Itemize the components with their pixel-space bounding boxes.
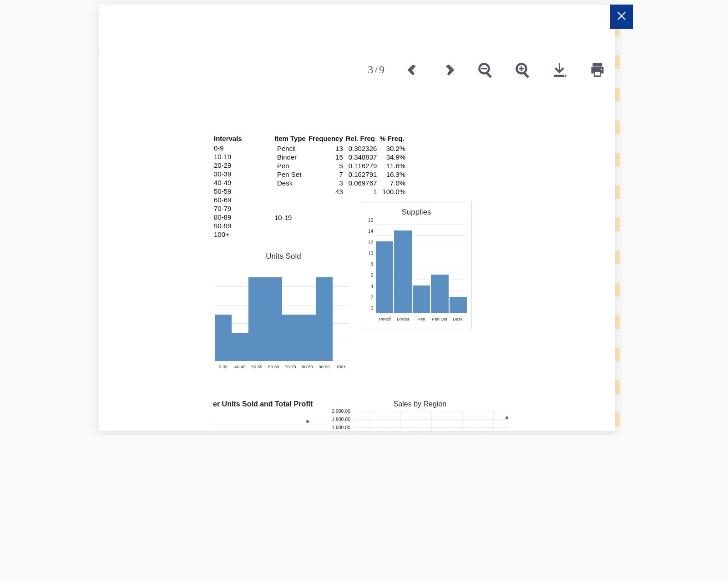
print-button[interactable]	[589, 61, 606, 79]
bar	[376, 241, 393, 313]
interval-row: 30-39	[214, 170, 242, 179]
zoom-out-button[interactable]	[477, 61, 494, 79]
interval-row: 90-99	[214, 222, 242, 230]
interval-row: 40-49	[214, 179, 242, 187]
y-tick-label: 2,000.00	[331, 408, 350, 414]
y-tick-label: 14	[361, 229, 373, 234]
download-button[interactable]	[551, 61, 569, 79]
y-tick-label: 10	[361, 250, 373, 255]
table-header: Item Type	[274, 135, 308, 144]
interval-row: 10-19	[214, 153, 242, 161]
bar	[232, 333, 248, 361]
document-viewer-modal: 3/9 Intervals	[99, 5, 615, 431]
viewer-toolbar: 3/9	[99, 52, 615, 87]
svg-rect-6	[523, 72, 529, 78]
interval-row: 100+	[214, 230, 242, 239]
chart-title: Sales by Region	[331, 400, 509, 408]
x-tick-label: Desk	[449, 316, 467, 321]
units-profit-chart: er Units Sold and Total Profit	[213, 400, 327, 431]
y-tick-label: 4	[361, 284, 373, 289]
interval-row: 80-89	[214, 213, 242, 222]
bar	[215, 315, 232, 361]
table-header: Frequency	[308, 135, 346, 144]
svg-rect-1	[481, 68, 487, 69]
data-point	[306, 420, 309, 423]
sales-region-chart: Sales by Region 2,000.001,800.001,600.00	[331, 400, 509, 431]
bar	[316, 277, 333, 361]
y-tick-label: 1,800.00	[331, 416, 350, 422]
units-sold-chart: Units Sold 0-3940-4950-5960-6970-7980-89…	[213, 243, 354, 376]
interval-row: 0-9	[214, 144, 242, 153]
x-tick-label: 40-49	[232, 364, 248, 369]
zoom-in-button[interactable]	[514, 61, 531, 79]
svg-rect-2	[486, 72, 492, 78]
table-row: Pencil130.30232630.2%	[274, 144, 408, 153]
table-header: % Freq.	[379, 135, 408, 144]
x-tick-label: Pen	[412, 316, 430, 321]
supplies-chart: Supplies 0246810121416 PencilBinderPenPe…	[361, 201, 472, 329]
frequency-table: Item TypeFrequencyRel. Freq% Freq. Penci…	[274, 135, 408, 196]
x-tick-label: 90-99	[316, 364, 333, 369]
prev-page-button[interactable]	[402, 61, 420, 79]
background-stripes	[615, 23, 620, 426]
chart-title: er Units Sold and Total Profit	[213, 400, 327, 408]
y-tick-label: 6	[361, 273, 373, 278]
interval-row: 50-59	[214, 187, 242, 196]
document-content: Intervals 0-910-1920-2930-3940-4950-5960…	[99, 87, 615, 431]
svg-point-11	[601, 69, 602, 70]
y-tick-label: 16	[361, 218, 373, 223]
table-row: Pen Set70.16279116.3%	[274, 170, 408, 179]
x-tick-label: Binder	[394, 316, 412, 321]
bar	[450, 297, 467, 313]
table-row: Desk30.0697677.0%	[274, 179, 408, 187]
close-icon	[616, 10, 627, 23]
y-tick-label: 1,600.00	[331, 425, 350, 430]
x-tick-label: 0-39	[215, 364, 232, 369]
table-row: Binder150.34883734.9%	[274, 153, 408, 161]
bar	[299, 315, 316, 361]
page-indicator: 3/9	[368, 64, 386, 76]
bar	[413, 285, 430, 313]
x-tick-label: 60-69	[265, 364, 282, 369]
data-point	[506, 416, 508, 419]
bar	[265, 277, 282, 361]
table-header: Rel. Freq	[346, 135, 380, 144]
svg-point-8	[564, 75, 566, 76]
svg-rect-5	[521, 66, 522, 71]
chart-title: Units Sold	[213, 243, 354, 268]
x-tick-label: 100+	[333, 364, 349, 369]
bar	[431, 275, 448, 313]
mode-note: 10-19	[274, 214, 292, 221]
interval-row: 70-79	[214, 205, 242, 213]
x-tick-label: 70-79	[282, 364, 299, 369]
y-tick-label: 2	[361, 295, 373, 300]
bar	[394, 230, 411, 313]
bar	[282, 315, 299, 361]
intervals-list: Intervals 0-910-1920-2930-3940-4950-5960…	[214, 135, 242, 239]
table-total-row: 431100.0%	[274, 187, 408, 196]
close-button[interactable]	[610, 5, 633, 29]
interval-row: 20-29	[214, 161, 242, 170]
x-tick-label: 50-59	[248, 364, 265, 369]
svg-rect-9	[593, 63, 602, 67]
x-tick-label: Pencil	[376, 316, 394, 321]
table-row: Pen50.11627911.6%	[274, 161, 408, 170]
bar	[248, 277, 265, 361]
next-page-button[interactable]	[440, 61, 457, 79]
y-tick-label: 12	[361, 240, 373, 245]
interval-row: 60-69	[214, 196, 242, 205]
svg-rect-10	[595, 72, 600, 75]
y-tick-label: 0	[361, 306, 373, 311]
chart-title: Supplies	[361, 201, 471, 220]
x-tick-label: Pen Set	[430, 316, 449, 321]
intervals-header: Intervals	[214, 135, 242, 142]
x-tick-label: 80-89	[299, 364, 316, 369]
y-tick-label: 8	[361, 262, 373, 267]
